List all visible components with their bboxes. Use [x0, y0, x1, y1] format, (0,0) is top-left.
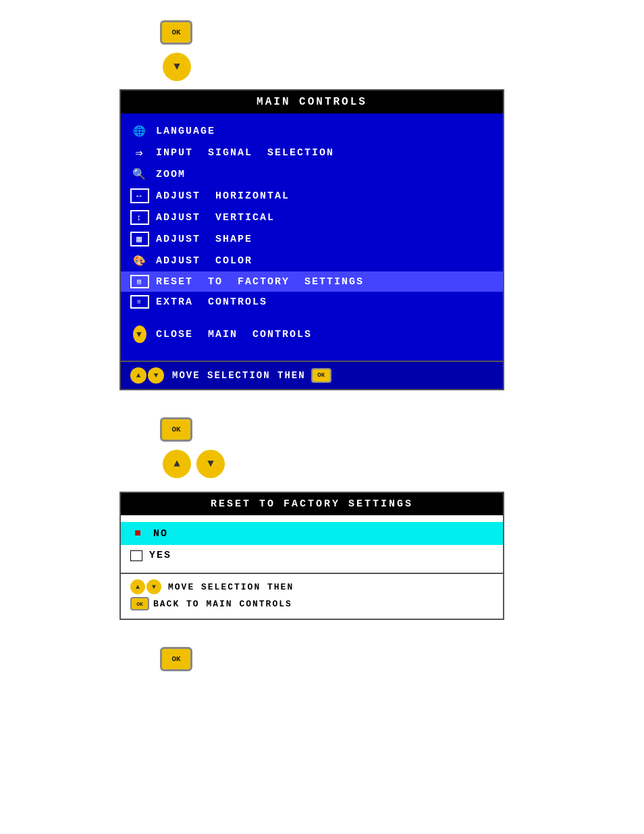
menu-item-adj-vertical[interactable]: ↕ ADJUST VERTICAL [121, 207, 503, 228]
zoom-icon: 🔍 [130, 167, 149, 182]
adj-horizontal-label: ADJUST HORIZONTAL [156, 190, 493, 202]
footer-up-arrow: ▲ [130, 367, 146, 384]
no-icon: ■ [130, 527, 146, 540]
language-icon: 🌐 [130, 124, 149, 138]
reset-item-no[interactable]: ■ NO [121, 522, 503, 545]
menu-item-zoom[interactable]: 🔍 ZOOM [121, 163, 503, 185]
extra-controls-label: EXTRA CONTROLS [156, 296, 493, 308]
zoom-label: ZOOM [156, 169, 493, 180]
footer-move-label: MOVE SELECTION THEN [172, 370, 306, 381]
input-signal-label: INPUT SIGNAL SELECTION [156, 147, 493, 159]
page-container: OK ▼ MAIN CONTROLS 🌐 LANGUAGE ⇒ INPUT SI… [119, 20, 525, 682]
menu-item-extra-controls[interactable]: ≡ EXTRA CONTROLS [121, 292, 503, 312]
adj-shape-label: ADJUST SHAPE [156, 234, 493, 245]
menu-item-language[interactable]: 🌐 LANGUAGE [121, 120, 503, 142]
reset-factory-panel: RESET TO FACTORY SETTINGS ■ NO YES ▲ ▼ [119, 492, 504, 620]
main-controls-footer: ▲ ▼ MOVE SELECTION THEN OK [121, 361, 503, 389]
reset-footer-down-arrow: ▼ [146, 579, 161, 594]
ok-button-top[interactable]: OK [160, 20, 192, 45]
ok-button-section2[interactable]: OK [160, 417, 192, 442]
reset-footer-ok-icon: OK [130, 597, 149, 610]
adj-vertical-icon: ↕ [130, 210, 149, 225]
no-label: NO [153, 528, 168, 540]
footer-nav-icons: ▲ ▼ [130, 367, 165, 384]
input-signal-icon: ⇒ [130, 145, 149, 160]
close-label: CLOSE MAIN CONTROLS [156, 329, 493, 340]
reset-footer-arrows: ▲ ▼ [130, 579, 163, 594]
menu-item-input-signal[interactable]: ⇒ INPUT SIGNAL SELECTION [121, 142, 503, 163]
reset-factory-body: ■ NO YES [121, 515, 503, 573]
footer-ok-icon: OK [311, 368, 331, 383]
reset-footer-row2: OK BACK TO MAIN CONTROLS [130, 597, 493, 610]
main-controls-panel: MAIN CONTROLS 🌐 LANGUAGE ⇒ INPUT SIGNAL … [119, 89, 504, 390]
yes-icon [130, 550, 142, 561]
menu-item-adj-shape[interactable]: ▦ ADJUST SHAPE [121, 228, 503, 250]
adj-horizontal-icon: ↔ [130, 188, 149, 203]
reset-item-yes[interactable]: YES [121, 545, 503, 566]
main-controls-body: 🌐 LANGUAGE ⇒ INPUT SIGNAL SELECTION 🔍 ZO… [121, 113, 503, 361]
menu-item-close[interactable]: ▼ CLOSE MAIN CONTROLS [121, 321, 503, 347]
adj-shape-icon: ▦ [130, 232, 149, 246]
extra-controls-icon: ≡ [130, 295, 149, 309]
reset-factory-footer: ▲ ▼ MOVE SELECTION THEN OK BACK TO MAIN … [121, 573, 503, 619]
menu-item-adj-color[interactable]: 🎨 ADJUST COLOR [121, 250, 503, 271]
down-arrow-button-top[interactable]: ▼ [163, 53, 191, 81]
reset-footer-line2: BACK TO MAIN CONTROLS [153, 599, 292, 609]
main-controls-title: MAIN CONTROLS [121, 90, 503, 113]
menu-item-reset-factory[interactable]: ▤ RESET TO FACTORY SETTINGS [121, 271, 503, 292]
reset-factory-title: RESET TO FACTORY SETTINGS [121, 493, 503, 515]
reset-footer-line1: MOVE SELECTION THEN [168, 582, 294, 592]
yes-label: YES [149, 550, 171, 561]
reset-footer-up-arrow: ▲ [130, 579, 145, 594]
menu-item-adj-horizontal[interactable]: ↔ ADJUST HORIZONTAL [121, 185, 503, 207]
down-arrow-button-section2[interactable]: ▼ [196, 450, 225, 478]
up-arrow-button-section2[interactable]: ▲ [163, 450, 191, 478]
adj-color-icon: 🎨 [130, 253, 149, 268]
reset-factory-icon: ▤ [130, 275, 149, 288]
reset-factory-label: RESET TO FACTORY SETTINGS [156, 276, 493, 288]
reset-footer-row1: ▲ ▼ MOVE SELECTION THEN [130, 579, 493, 594]
close-icon: ▼ [130, 327, 149, 342]
adj-vertical-label: ADJUST VERTICAL [156, 212, 493, 224]
adj-color-label: ADJUST COLOR [156, 255, 493, 267]
ok-button-section3[interactable]: OK [160, 647, 192, 671]
footer-down-arrow: ▼ [148, 367, 164, 384]
arrows-section2: ▲ ▼ [160, 447, 227, 481]
language-label: LANGUAGE [156, 126, 493, 137]
